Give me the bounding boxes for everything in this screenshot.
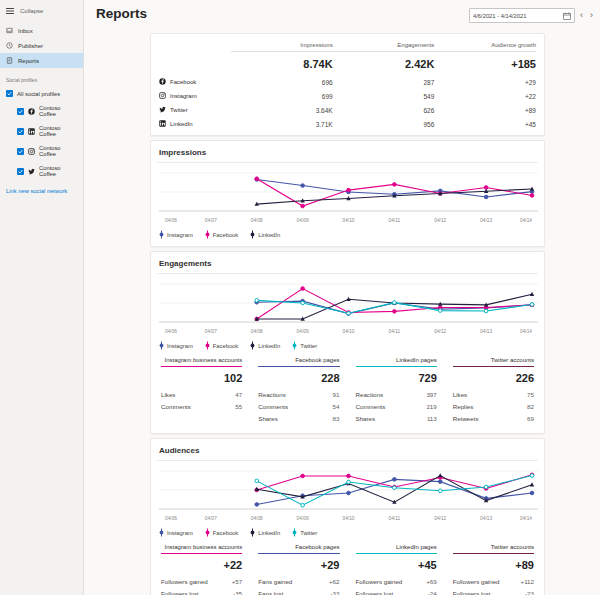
engagements-card: Engagements 04/0604/0704/0804/0904/1004/… [150,251,545,434]
sidebar-item-label: Publisher [18,43,43,49]
metric-total: 102 [161,367,242,388]
audiences-legend: InstagramFacebookLinkedInTwitter [157,527,538,540]
legend-item-linkedin: LinkedIn [250,528,280,537]
metric-value: 219 [426,403,436,410]
metric-value: 55 [235,403,242,410]
instagram-icon [159,92,166,100]
profile-label: Contoso Coffee [39,125,77,137]
metric-label: Retweets [453,415,479,422]
main-content: Reports 4/6/2021 - 4/14/2021 ‹ › Impress… [85,0,600,595]
metric-value: 91 [333,391,340,398]
impressions-legend: InstagramFacebookLinkedIn [157,229,538,242]
facebook-icon [28,108,35,115]
metric-value: 397 [426,391,436,398]
sidebar-item-publisher[interactable]: Publisher [0,38,83,53]
summary-cell: 699 [231,90,333,103]
svg-text:04/10: 04/10 [342,218,354,223]
metric-value: -33 [331,590,340,595]
summary-cell: 287 [333,76,435,89]
svg-text:04/13: 04/13 [480,218,492,223]
svg-text:04/12: 04/12 [434,218,446,223]
metric-header: LinkedIn pages [356,544,437,554]
summary-col-header: Impressions [231,40,333,52]
metric-value: 75 [527,391,534,398]
metric-header: Twitter accounts [453,357,534,367]
metric-header: Instagram business accounts [161,544,242,554]
summary-cell: 3.71K [231,118,333,131]
sidebar-item-label: Reports [18,58,39,64]
metric-label: Followers gained [453,578,500,585]
metric-value: 69 [527,415,534,422]
summary-row-instagram: Instagram [159,89,231,103]
profile-row-twitter[interactable]: Contoso Coffee [0,161,83,181]
collapse-label: Collapse [20,8,43,14]
profile-label: Contoso Coffee [39,145,77,157]
link-new-social-network[interactable]: Link new social network [0,181,83,201]
collapse-button[interactable]: Collapse [0,0,83,23]
metric-value: 54 [333,403,340,410]
metric-label: Followers lost [356,590,394,595]
svg-text:04/07: 04/07 [205,516,217,521]
summary-row-label: Facebook [170,79,196,85]
metric-value: +57 [232,578,243,585]
audiences-card: Audiences 04/0604/0704/0804/0904/1004/11… [150,438,545,595]
impressions-chart: 04/0604/0704/0804/0904/1004/1104/1204/13… [157,165,540,229]
svg-text:04/09: 04/09 [297,516,309,521]
profile-checkbox[interactable] [17,128,24,135]
summary-cell: 956 [333,118,435,131]
metric-total: +22 [161,554,242,575]
metric-value: 113 [427,415,437,422]
check-icon [18,149,23,154]
previous-period-button[interactable]: ‹ [578,9,585,22]
summary-cell: +45 [434,118,536,131]
sidebar-item-label: Inbox [18,28,33,34]
date-range-input[interactable]: 4/6/2021 - 4/14/2021 [469,8,575,23]
engagements-section-title: Engagements [157,257,538,274]
metric-value: -35 [233,590,242,595]
metric-label: Shares [258,415,278,422]
metric-header: Twitter accounts [453,544,534,554]
profile-row-facebook[interactable]: Contoso Coffee [0,101,83,121]
summary-row-label: Twitter [170,107,188,113]
check-icon [7,91,12,96]
metric-label: Followers lost [453,590,491,595]
summary-col-header: Audience growth [434,40,536,52]
sidebar-item-reports[interactable]: Reports [0,53,83,68]
metric-total: +29 [258,554,339,575]
profile-row-instagram[interactable]: Contoso Coffee [0,141,83,161]
metric-header: Instagram business accounts [161,357,242,367]
metric-label: Likes [453,391,467,398]
date-range-picker: 4/6/2021 - 4/14/2021 ‹ › [469,8,595,23]
calendar-icon[interactable] [563,12,571,20]
svg-text:04/14: 04/14 [520,516,532,521]
metric-header: Facebook pages [258,544,339,554]
profile-checkbox[interactable] [17,168,24,175]
publisher-icon [6,42,13,49]
metric-value: +69 [426,578,437,585]
metric-total: 226 [453,367,534,388]
main-header: Reports 4/6/2021 - 4/14/2021 ‹ › [85,0,600,23]
engagement-metrics-table: Instagram business accounts 102 Likes47 … [157,353,538,429]
metric-column-instagram: Instagram business accounts 102 Likes47 … [161,357,242,424]
profile-row-linkedin[interactable]: Contoso Coffee [0,121,83,141]
next-period-button[interactable]: › [588,9,595,22]
sidebar-item-inbox[interactable]: Inbox [0,23,83,38]
date-range-value: 4/6/2021 - 4/14/2021 [473,13,527,19]
legend-item-facebook: Facebook [205,341,238,350]
profile-checkbox[interactable] [17,148,24,155]
all-social-profiles-row[interactable]: All social profiles [0,86,83,101]
metric-total: +45 [356,554,437,575]
metric-label: Followers gained [356,578,403,585]
svg-text:04/08: 04/08 [251,329,263,334]
summary-cell: +89 [434,104,536,117]
legend-item-facebook: Facebook [205,528,238,537]
metric-label: Fans gained [258,578,292,585]
all-profiles-checkbox[interactable] [6,90,13,97]
profile-label: Contoso Coffee [39,165,77,177]
metric-label: Fans lost [258,590,283,595]
summary-cell: 3.64K [231,104,333,117]
metric-label: Comments [356,403,386,410]
linkedin-icon [28,128,35,135]
summary-cell: 696 [231,76,333,89]
profile-checkbox[interactable] [17,108,24,115]
